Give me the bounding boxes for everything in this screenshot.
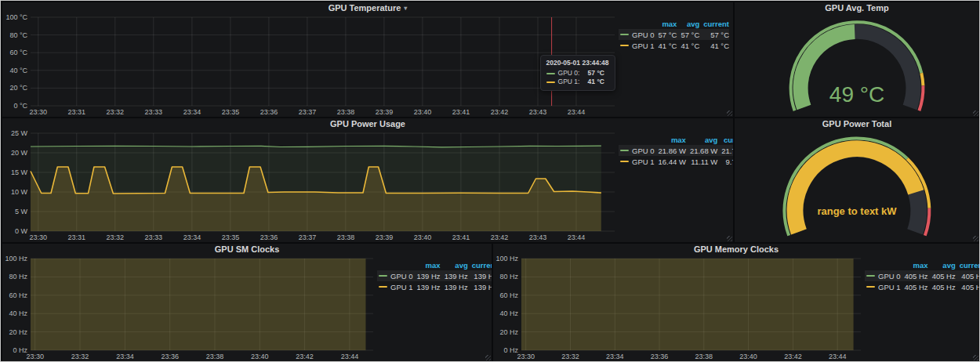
svg-text:23:32: 23:32 <box>71 353 89 360</box>
legend-value: 139 Hz <box>468 281 492 292</box>
svg-text:23:33: 23:33 <box>145 108 163 116</box>
legend-value: 139 Hz <box>413 281 441 292</box>
svg-text:23:42: 23:42 <box>491 233 509 241</box>
legend-row: GPU 021.86 W21.68 W21.77 W <box>619 145 733 156</box>
gpu-memory-clocks-chart[interactable]: 100 Hz80 Hz60 Hz40 Hz20 Hz0 Hz23:3023:32… <box>495 255 865 360</box>
panel-title-gpu-power-usage[interactable]: GPU Power Usage <box>2 118 733 130</box>
svg-text:23:32: 23:32 <box>107 233 125 241</box>
gpu-power-total-gauge: range to text kW <box>735 130 979 242</box>
panel-title-gpu-memory-clocks[interactable]: GPU Memory Clocks <box>493 244 979 255</box>
svg-text:60 Hz: 60 Hz <box>9 291 27 299</box>
legend-header-cell[interactable]: avg <box>677 18 699 29</box>
svg-text:23:34: 23:34 <box>183 108 201 116</box>
legend-gpu-temperature[interactable]: maxavgcurrentGPU 057 °C57 °C57 °CGPU 141… <box>619 14 733 116</box>
legend-value: 139 Hz <box>413 270 441 281</box>
svg-text:23:36: 23:36 <box>260 233 278 241</box>
svg-text:40 Hz: 40 Hz <box>9 310 27 317</box>
gpu-temperature-chart[interactable]: 100 °C80 °C60 °C40 °C20 °C0 °C23:3023:31… <box>4 14 619 116</box>
legend-series-toggle[interactable]: GPU 0 <box>619 145 655 156</box>
svg-text:23:36: 23:36 <box>260 108 278 116</box>
svg-text:23:36: 23:36 <box>161 353 179 360</box>
svg-text:100 Hz: 100 Hz <box>495 255 518 262</box>
legend-header: maxavgcurrent <box>865 259 979 270</box>
legend-header-cell[interactable]: avg <box>928 259 956 270</box>
svg-text:5 W: 5 W <box>15 208 28 215</box>
gpu-sm-clocks-chart[interactable]: 100 Hz80 Hz60 Hz40 Hz20 Hz0 Hz23:3023:32… <box>4 255 377 360</box>
legend-gpu-memory-clocks[interactable]: maxavgcurrentGPU 0405 Hz405 Hz405 HzGPU … <box>865 255 979 360</box>
panel-title-gpu-avg-temp[interactable]: GPU Avg. Temp <box>735 2 979 14</box>
svg-text:40 Hz: 40 Hz <box>499 310 518 317</box>
legend-series-toggle[interactable]: GPU 1 <box>377 281 413 292</box>
series-dash-icon <box>866 286 875 288</box>
svg-text:23:38: 23:38 <box>337 233 355 241</box>
panel-title-gpu-power-total[interactable]: GPU Power Total <box>735 118 979 130</box>
legend-value: 405 Hz <box>901 270 928 281</box>
series-dash-icon <box>620 150 629 151</box>
legend-value: 9.79 W <box>717 156 733 167</box>
series-dash-icon <box>379 286 387 288</box>
panel-title-gpu-sm-clocks[interactable]: GPU SM Clocks <box>2 244 492 255</box>
svg-text:23:43: 23:43 <box>529 233 547 241</box>
series-dash-icon <box>546 73 555 74</box>
svg-text:10 W: 10 W <box>11 188 28 196</box>
panel-title-text: GPU Memory Clocks <box>694 244 779 254</box>
svg-text:25 W: 25 W <box>11 130 28 137</box>
legend-header-cell[interactable]: max <box>655 18 677 29</box>
legend-series-toggle[interactable]: GPU 0 <box>865 270 901 281</box>
legend-series-toggle[interactable]: GPU 1 <box>865 281 901 292</box>
svg-text:23:32: 23:32 <box>561 353 579 360</box>
svg-text:20 Hz: 20 Hz <box>9 328 27 336</box>
legend-gpu-power-usage[interactable]: maxavgcurrentGPU 021.86 W21.68 W21.77 WG… <box>619 130 733 241</box>
svg-text:20 W: 20 W <box>11 149 28 157</box>
legend-header-cell[interactable]: avg <box>686 134 717 145</box>
legend-value: 21.68 W <box>686 145 717 156</box>
panel-title-gpu-temperature[interactable]: GPU Temperature▾ <box>2 2 733 14</box>
legend-header-cell[interactable]: current <box>717 134 733 145</box>
legend-header-cell[interactable]: avg <box>441 259 468 270</box>
panel-resize-handle[interactable] <box>485 355 491 360</box>
series-dash-icon <box>620 45 629 46</box>
tooltip-series-name: GPU 0: <box>558 69 582 78</box>
gpu-power-usage-chart[interactable]: 25 W20 W15 W10 W5 W0 W23:3023:3123:3223:… <box>4 130 619 241</box>
panel-gpu-power-total: GPU Power Total range to text kW <box>735 118 979 242</box>
panel-resize-handle[interactable] <box>973 355 978 360</box>
panel-resize-handle[interactable] <box>973 236 978 241</box>
legend-header-cell[interactable]: current <box>468 259 492 270</box>
panel-title-text: GPU SM Clocks <box>215 244 280 254</box>
legend-series-toggle[interactable]: GPU 0 <box>619 29 655 40</box>
legend-value: 405 Hz <box>956 281 979 292</box>
legend-value: 57 °C <box>677 29 699 40</box>
legend-row: GPU 116.44 W11.11 W9.79 W <box>619 156 733 167</box>
series-dash-icon <box>620 161 629 162</box>
legend-header-cell[interactable]: current <box>699 18 729 29</box>
svg-text:40 °C: 40 °C <box>9 67 27 74</box>
legend-header-cell[interactable]: current <box>956 259 979 270</box>
svg-text:23:30: 23:30 <box>30 108 48 116</box>
panel-resize-handle[interactable] <box>973 110 978 116</box>
legend-header-cell[interactable]: max <box>655 134 686 145</box>
panel-title-text: GPU Power Usage <box>330 119 405 129</box>
legend-value: 57 °C <box>655 29 677 40</box>
svg-text:23:38: 23:38 <box>695 353 713 360</box>
legend-series-toggle[interactable]: GPU 0 <box>377 270 413 281</box>
panel-resize-handle[interactable] <box>727 236 732 241</box>
legend-value: 139 Hz <box>441 270 468 281</box>
graph-tooltip: 2020-05-01 23:44:48 GPU 0:57 °C GPU 1:41… <box>540 55 616 91</box>
panel-gpu-avg-temp: GPU Avg. Temp 49 °C <box>735 2 979 117</box>
legend-series-toggle[interactable]: GPU 1 <box>619 156 655 167</box>
svg-text:23:39: 23:39 <box>376 108 394 116</box>
svg-text:100 °C: 100 °C <box>5 14 27 21</box>
svg-text:23:32: 23:32 <box>107 108 125 116</box>
legend-value: 41 °C <box>677 40 699 51</box>
legend-header-cell[interactable]: max <box>413 259 441 270</box>
legend-value: 21.86 W <box>655 145 686 156</box>
svg-text:23:40: 23:40 <box>251 353 269 360</box>
panel-resize-handle[interactable] <box>727 110 732 116</box>
svg-text:23:30: 23:30 <box>30 233 48 241</box>
svg-text:23:44: 23:44 <box>568 108 586 116</box>
svg-text:23:31: 23:31 <box>68 108 86 116</box>
legend-series-toggle[interactable]: GPU 1 <box>619 40 655 51</box>
legend-header-cell[interactable]: max <box>901 259 928 270</box>
legend-value: 57 °C <box>699 29 729 40</box>
legend-gpu-sm-clocks[interactable]: maxavgcurrentGPU 0139 Hz139 Hz139 HzGPU … <box>377 255 492 360</box>
